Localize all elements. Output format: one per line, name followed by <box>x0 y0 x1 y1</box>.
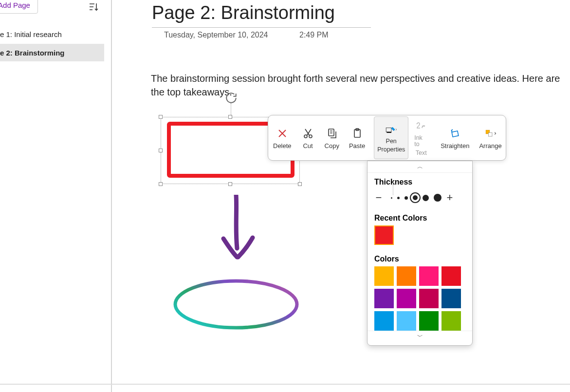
color-swatch[interactable] <box>397 289 416 308</box>
ink-to-text-icon <box>414 119 428 133</box>
ink-to-text-label-2: Text <box>416 150 427 156</box>
svg-rect-9 <box>488 132 492 136</box>
resize-handle-ml[interactable] <box>159 149 163 152</box>
recent-color-swatch[interactable] <box>374 225 394 245</box>
svg-rect-7 <box>452 131 459 136</box>
thickness-option[interactable] <box>405 196 408 200</box>
delete-icon <box>276 127 289 140</box>
thickness-divider <box>393 182 393 195</box>
color-swatch[interactable] <box>441 311 461 331</box>
color-swatch[interactable] <box>419 311 439 331</box>
arrange-icon <box>482 127 499 140</box>
copy-button[interactable]: Copy <box>320 115 344 160</box>
page-time: 2:49 PM <box>299 31 329 39</box>
thickness-option[interactable] <box>413 195 418 200</box>
resize-handle-br[interactable] <box>298 182 302 186</box>
pen-properties-panel: ︿ Thickness − + Recent Colors Colors ﹀ <box>367 161 473 346</box>
sidebar-page-item-active[interactable]: e 2: Brainstorming <box>0 44 104 61</box>
resize-handle-bm[interactable] <box>228 182 232 186</box>
svg-point-1 <box>304 135 307 138</box>
arrange-label: Arrange <box>479 142 501 149</box>
pages-sidebar: Add Page e 1: Initial research e 2: Brai… <box>0 0 109 392</box>
thickness-decrease-button[interactable]: − <box>374 191 383 204</box>
recent-colors-section-label: Recent Colors <box>368 209 472 225</box>
sidebar-page-item[interactable]: e 1: Initial research <box>0 25 104 43</box>
color-swatch[interactable] <box>441 266 461 286</box>
copy-label: Copy <box>325 142 339 149</box>
pen-properties-icon <box>382 123 401 136</box>
svg-point-0 <box>175 281 297 328</box>
color-swatch[interactable] <box>419 266 439 286</box>
color-swatch[interactable] <box>374 266 394 286</box>
straighten-button[interactable]: Straighten <box>436 115 474 160</box>
svg-point-2 <box>309 135 312 138</box>
straighten-icon <box>448 127 462 140</box>
thickness-option[interactable] <box>434 194 441 202</box>
panel-collapse-up-icon[interactable]: ︿ <box>368 161 472 173</box>
thickness-option[interactable] <box>397 197 400 199</box>
title-underline <box>152 27 371 28</box>
resize-handle-bl[interactable] <box>159 182 163 186</box>
color-grid <box>368 266 472 331</box>
ink-to-text-button: Ink to Text <box>409 115 433 160</box>
cut-icon <box>301 127 315 140</box>
color-swatch[interactable] <box>441 289 461 308</box>
thickness-section-label: Thickness <box>368 173 472 189</box>
page-date: Tuesday, September 10, 2024 <box>164 31 268 39</box>
paste-icon <box>350 127 364 140</box>
paste-label: Paste <box>349 142 365 149</box>
ink-ellipse[interactable] <box>168 275 309 338</box>
add-page-button[interactable]: Add Page <box>0 0 38 14</box>
color-swatch[interactable] <box>374 311 394 331</box>
color-swatch[interactable] <box>374 289 394 308</box>
thickness-row: − + <box>368 189 472 209</box>
add-page-label: Add Page <box>0 1 30 9</box>
page-body-text[interactable]: The brainstorming session brought forth … <box>151 72 565 99</box>
copy-icon <box>325 127 339 140</box>
rotate-handle-icon[interactable] <box>225 92 238 104</box>
pen-properties-label-1: Pen <box>386 138 397 145</box>
cut-label: Cut <box>303 142 313 149</box>
thickness-increase-button[interactable]: + <box>445 191 454 204</box>
resize-handle-tl[interactable] <box>159 115 163 119</box>
ink-to-text-label-1: Ink to <box>414 135 428 148</box>
resize-handle-tm[interactable] <box>228 115 232 119</box>
bottom-divider <box>0 384 570 385</box>
delete-button[interactable]: Delete <box>268 115 296 160</box>
paste-button[interactable]: Paste <box>344 115 370 160</box>
arrange-button[interactable]: Arrange <box>474 115 506 160</box>
sidebar-item-label: e 2: Brainstorming <box>0 49 65 57</box>
svg-rect-6 <box>386 128 391 131</box>
color-swatch[interactable] <box>397 266 416 286</box>
ink-arrow[interactable] <box>217 195 260 268</box>
pen-properties-button[interactable]: Pen Properties <box>374 116 408 159</box>
delete-label: Delete <box>273 142 292 149</box>
page-title[interactable]: Page 2: Brainstorming <box>152 2 335 23</box>
thickness-option[interactable] <box>423 195 429 201</box>
ink-selection-toolbar: Delete Cut Copy Paste Pen Properties Ink… <box>268 115 506 161</box>
color-swatch[interactable] <box>397 311 416 331</box>
svg-rect-3 <box>329 129 334 136</box>
straighten-label: Straighten <box>441 142 469 149</box>
thickness-option[interactable] <box>391 197 392 199</box>
sidebar-item-label: e 1: Initial research <box>0 30 62 38</box>
note-canvas[interactable]: Page 2: Brainstorming Tuesday, September… <box>112 0 570 392</box>
colors-section-label: Colors <box>368 250 472 266</box>
recent-colors-row <box>368 225 472 250</box>
color-swatch[interactable] <box>419 289 439 308</box>
sort-pages-icon[interactable] <box>88 1 99 13</box>
cut-button[interactable]: Cut <box>296 115 320 160</box>
pen-properties-label-2: Properties <box>377 147 405 153</box>
panel-collapse-down-icon[interactable]: ﹀ <box>368 331 472 342</box>
